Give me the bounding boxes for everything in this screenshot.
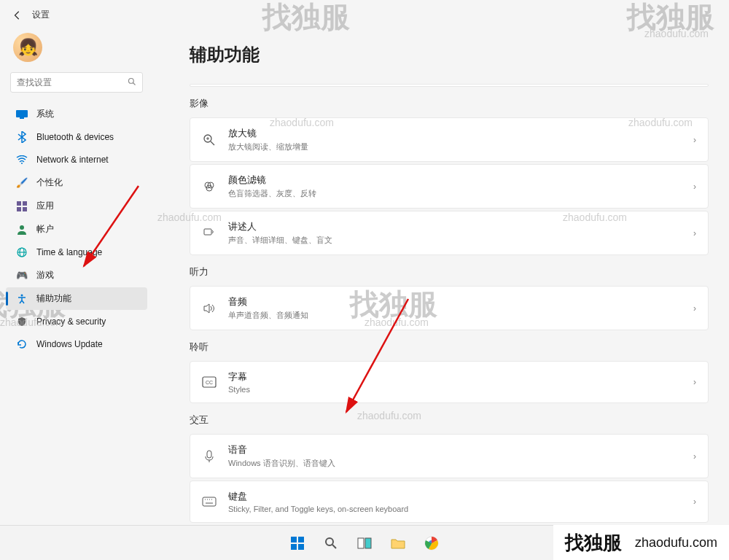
row-sub: 单声道音频、音频通知: [228, 310, 682, 321]
row-sub: Sticky, Filter, and Toggle keys, on-scre…: [228, 505, 682, 513]
row-audio[interactable]: 音频单声道音频、音频通知 ›: [190, 286, 709, 330]
svg-rect-9: [17, 207, 21, 211]
svg-line-3: [133, 82, 136, 85]
sidebar-item-label: 辅助功能: [36, 292, 71, 305]
svg-rect-8: [23, 201, 27, 206]
globe-icon: [16, 246, 28, 258]
avatar[interactable]: 👧: [13, 33, 42, 62]
main-content: 辅助功能 影像 放大镜放大镜阅读、缩放增量 › 颜色滤镜色盲筛选器、灰度、反转 …: [153, 30, 729, 524]
sidebar-item-label: 个性化: [36, 176, 63, 189]
chevron-right-icon: ›: [693, 228, 696, 238]
sidebar-item-label: 帐户: [36, 223, 54, 236]
row-title: 讲述人: [228, 220, 682, 233]
row-captions[interactable]: CC 字幕Styles ›: [190, 361, 709, 403]
svg-rect-38: [291, 544, 297, 550]
svg-line-41: [332, 545, 336, 548]
chevron-right-icon: ›: [693, 135, 696, 145]
speaker-icon: [202, 301, 217, 316]
svg-rect-43: [365, 538, 371, 548]
row-narrator[interactable]: 讲述人声音、详细详细、键盘、盲文 ›: [190, 211, 709, 255]
row-magnifier[interactable]: 放大镜放大镜阅读、缩放增量 ›: [190, 117, 709, 162]
row-sub: Windows 语音识别、语音键入: [228, 458, 682, 469]
svg-rect-23: [204, 229, 211, 235]
sidebar-item-gaming[interactable]: 🎮 游戏: [6, 264, 147, 287]
person-icon: [16, 224, 28, 236]
section-label-interaction: 交互: [190, 413, 709, 427]
sidebar-item-windows-update[interactable]: Windows Update: [6, 333, 147, 355]
search-icon: [128, 77, 136, 88]
brand-overlay: 找独服 zhaodufu.com: [553, 525, 729, 560]
svg-point-2: [129, 78, 134, 83]
sidebar-item-label: Privacy & security: [36, 316, 106, 327]
svg-rect-7: [17, 201, 21, 206]
accessibility-icon: [16, 293, 28, 305]
bluetooth-icon: [16, 131, 28, 143]
sidebar-item-label: Time & language: [36, 247, 102, 257]
color-filter-icon: [202, 179, 217, 194]
svg-rect-5: [20, 117, 24, 119]
narrator-icon: [202, 226, 217, 241]
gamepad-icon: 🎮: [16, 270, 28, 281]
sidebar-item-label: Bluetooth & devices: [36, 132, 114, 142]
page-title: 辅助功能: [190, 43, 709, 66]
svg-text:CC: CC: [206, 380, 213, 385]
sidebar-item-system[interactable]: 系统: [6, 103, 147, 125]
brand-cn: 找独服: [565, 530, 622, 556]
brush-icon: 🖌️: [16, 177, 28, 189]
row-title: 字幕: [228, 370, 682, 384]
row-sub: Styles: [228, 385, 682, 394]
svg-rect-27: [203, 497, 216, 506]
svg-point-40: [326, 538, 333, 545]
section-label-hearing: 听力: [190, 265, 709, 279]
row-sub: 声音、详细详细、键盘、盲文: [228, 235, 682, 246]
search-box[interactable]: [10, 72, 143, 93]
svg-rect-39: [298, 544, 304, 550]
row-sub: 色盲筛选器、灰度、反转: [228, 188, 682, 199]
start-button[interactable]: [283, 529, 312, 558]
sidebar-item-label: 系统: [36, 108, 54, 120]
wifi-icon: [16, 154, 28, 166]
svg-rect-42: [358, 538, 364, 548]
keyboard-icon: [202, 494, 217, 509]
sidebar-item-accessibility[interactable]: 辅助功能: [6, 287, 147, 310]
svg-rect-10: [23, 207, 27, 211]
sidebar-item-label: 应用: [36, 200, 54, 212]
sidebar-item-accounts[interactable]: 帐户: [6, 218, 147, 241]
row-color-filters[interactable]: 颜色滤镜色盲筛选器、灰度、反转 ›: [190, 164, 709, 209]
taskbar-search[interactable]: [316, 529, 346, 558]
sidebar-item-bluetooth[interactable]: Bluetooth & devices: [6, 126, 147, 148]
svg-rect-36: [291, 537, 297, 542]
section-label-listening: 聆听: [190, 341, 709, 354]
sidebar-item-label: 游戏: [36, 269, 54, 281]
row-title: 语音: [228, 443, 682, 456]
taskbar-chrome[interactable]: [417, 529, 446, 558]
sidebar-item-time-language[interactable]: Time & language: [6, 241, 147, 263]
magnifier-icon: [202, 133, 217, 147]
divider: [190, 84, 709, 87]
row-keyboard[interactable]: 键盘Sticky, Filter, and Toggle keys, on-sc…: [190, 481, 709, 523]
shield-icon: [16, 316, 28, 327]
svg-rect-26: [207, 451, 211, 458]
section-label-vision: 影像: [190, 97, 709, 110]
svg-rect-4: [16, 110, 28, 117]
apps-icon: [16, 201, 28, 212]
chevron-right-icon: ›: [693, 303, 696, 314]
sidebar-item-label: Windows Update: [36, 339, 103, 349]
sidebar-item-privacy[interactable]: Privacy & security: [6, 311, 147, 332]
row-speech[interactable]: 语音Windows 语音识别、语音键入 ›: [190, 434, 709, 478]
mic-icon: [202, 449, 217, 464]
taskbar-explorer[interactable]: [383, 529, 413, 558]
back-button[interactable]: [12, 9, 23, 21]
cc-icon: CC: [202, 375, 217, 389]
sidebar: 👧 系统 Bluetooth & devices Network & inter…: [0, 30, 153, 524]
row-title: 键盘: [228, 490, 682, 503]
search-input[interactable]: [17, 77, 128, 88]
sidebar-item-network[interactable]: Network & internet: [6, 149, 147, 171]
chevron-right-icon: ›: [693, 377, 696, 387]
row-title: 颜色滤镜: [228, 174, 682, 187]
taskbar-taskview[interactable]: [350, 529, 379, 558]
header-title: 设置: [32, 9, 50, 21]
sidebar-item-personalization[interactable]: 🖌️ 个性化: [6, 171, 147, 194]
system-icon: [16, 109, 28, 120]
sidebar-item-apps[interactable]: 应用: [6, 195, 147, 217]
